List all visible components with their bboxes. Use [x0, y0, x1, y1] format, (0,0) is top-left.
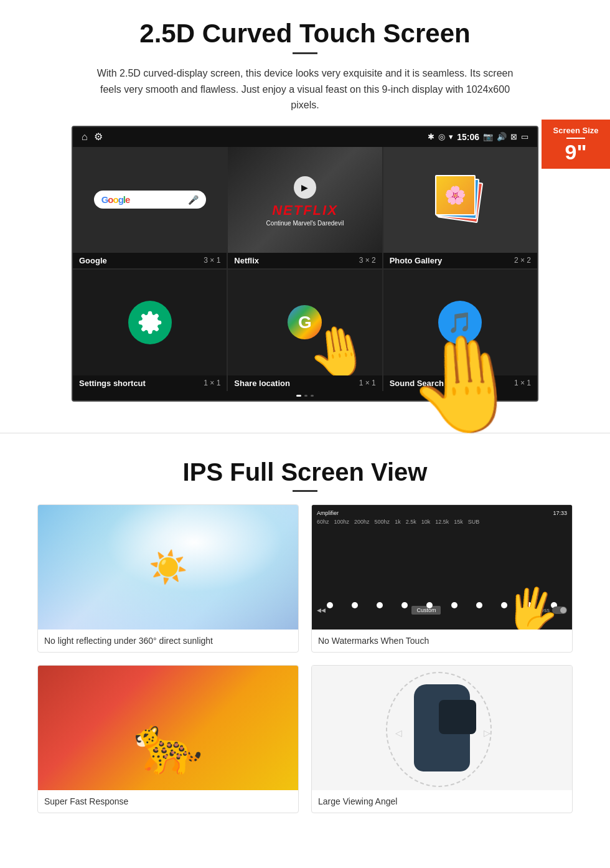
android-screen: ⌂ ⚙ ✱ ◎ ▾ 15:06 📷 🔊 ⊠ ▭	[72, 126, 538, 402]
screen-size-badge: Screen Size 9"	[542, 120, 610, 169]
google-cell-content[interactable]: Google 🎤	[73, 147, 227, 253]
status-right: ✱ ◎ ▾ 15:06 📷 🔊 ⊠ ▭	[428, 132, 528, 142]
app-grid: Google 🎤 Google 3 × 1	[73, 147, 537, 391]
amp-title: Amplifier	[317, 510, 339, 516]
netflix-label-row: Netflix 3 × 2	[228, 253, 382, 268]
sound-app-size: 1 × 1	[514, 379, 531, 387]
settings-icon-wrap	[128, 301, 172, 344]
camera-icon: 📷	[483, 132, 493, 141]
amp-nav-left[interactable]: ◀◀	[317, 607, 326, 613]
share-app-name: Share location	[234, 379, 290, 388]
status-bar: ⌂ ⚙ ✱ ◎ ▾ 15:06 📷 🔊 ⊠ ▭	[73, 127, 537, 147]
section2-title: IPS Full Screen View	[37, 458, 573, 486]
settings-app-cell: Settings shortcut 1 × 1	[73, 270, 227, 391]
badge-label: Screen Size	[550, 126, 601, 135]
badge-size: 9"	[565, 140, 586, 164]
sunlight-card: ☀️ No light reflecting under 360° direct…	[37, 504, 299, 653]
section2-divider	[293, 490, 317, 492]
section1-title: 2.5D Curved Touch Screen	[37, 19, 573, 49]
mic-icon[interactable]: 🎤	[188, 195, 199, 205]
settings-cell-content[interactable]	[73, 270, 227, 375]
sunlight-image: ☀️	[38, 505, 298, 630]
volume-icon: 🔊	[497, 132, 507, 141]
google-logo: Google	[101, 194, 130, 205]
status-left: ⌂ ⚙	[82, 131, 103, 143]
netflix-logo: NETFLIX	[228, 202, 382, 219]
google-label-row: Google 3 × 1	[73, 253, 227, 268]
netflix-content: ▶ NETFLIX Continue Marvel's Daredevil	[228, 172, 382, 227]
flower-emoji: 🌸	[444, 185, 466, 205]
dot-inactive-1	[304, 395, 307, 397]
car-arrow-left: ◁	[395, 728, 402, 738]
photo-app-size: 2 × 2	[514, 256, 531, 265]
cheetah-caption: Super Fast Response	[38, 790, 298, 813]
location-icon: ◎	[438, 132, 445, 141]
sound-icon-wrap: 🎵	[438, 301, 482, 344]
section-ips-screen: IPS Full Screen View ☀️ No light reflect…	[0, 452, 610, 832]
amp-time: 17:33	[553, 510, 567, 516]
share-label-row: Share location 1 × 1	[228, 375, 382, 391]
bluetooth-icon: ✱	[428, 132, 434, 141]
google-app-name: Google	[79, 256, 107, 265]
status-time: 15:06	[457, 132, 479, 142]
section1-description: With 2.5D curved-display screen, this de…	[87, 65, 523, 113]
netflix-cell-content[interactable]: ▶ NETFLIX Continue Marvel's Daredevil	[228, 147, 382, 253]
netflix-app-name: Netflix	[234, 256, 259, 265]
amplifier-image: Amplifier 17:33 60hz 100hz 200hz 500hz 1…	[312, 505, 572, 630]
home-icon[interactable]: ⌂	[82, 131, 88, 143]
page-dots-indicator	[73, 391, 537, 400]
share-location-app-cell: G 🤚 Share location 1 × 1	[228, 270, 382, 391]
play-button[interactable]: ▶	[294, 176, 316, 199]
section-divider	[0, 433, 610, 433]
cheetah-image: 🐆	[38, 666, 298, 790]
google-app-size: 3 × 1	[204, 256, 220, 265]
netflix-subtitle: Continue Marvel's Daredevil	[228, 220, 382, 227]
gear-icon	[138, 310, 162, 335]
car-top-view: ◁ ▷	[398, 678, 486, 778]
share-cell-content[interactable]: G 🤚	[228, 270, 382, 375]
settings-label-row: Settings shortcut 1 × 1	[73, 375, 227, 391]
features-grid: ☀️ No light reflecting under 360° direct…	[37, 504, 573, 813]
amplifier-card: Amplifier 17:33 60hz 100hz 200hz 500hz 1…	[311, 504, 573, 653]
car-arrow-right: ▷	[484, 728, 490, 738]
google-search-bar[interactable]: Google 🎤	[94, 191, 206, 209]
title-divider	[293, 52, 317, 54]
sound-label-row: Sound Search 1 × 1	[383, 375, 537, 391]
badge-divider	[566, 138, 585, 139]
amplifier-screen: Amplifier 17:33 60hz 100hz 200hz 500hz 1…	[312, 505, 572, 630]
window-icon: ▭	[521, 132, 528, 141]
usb-icon: ⚙	[94, 131, 103, 143]
sunlight-caption: No light reflecting under 360° direct su…	[38, 630, 298, 652]
photo-cell-content[interactable]: 🌸	[383, 147, 537, 253]
pointing-hand-icon: 🤚	[303, 318, 374, 375]
screen-container: Screen Size 9" ⌂ ⚙ ✱ ◎ ▾ 15:06 📷 🔊 ⊠	[37, 126, 573, 402]
photo-stack: 🌸	[435, 175, 485, 225]
google-app-cell: Google 🎤 Google 3 × 1	[73, 147, 227, 268]
photo-gallery-app-cell: 🌸 Photo Gallery 2 × 2	[383, 147, 537, 268]
car-body	[414, 684, 470, 771]
sound-app-name: Sound Search	[390, 379, 444, 388]
settings-app-size: 1 × 1	[204, 379, 220, 387]
cheetah-icon: 🐆	[133, 712, 203, 778]
x-icon: ⊠	[510, 132, 517, 141]
netflix-app-cell: ▶ NETFLIX Continue Marvel's Daredevil Ne…	[228, 147, 382, 268]
photo-label-row: Photo Gallery 2 × 2	[383, 253, 537, 268]
wifi-icon: ▾	[449, 132, 453, 141]
sound-cell-content[interactable]: 🎵	[383, 270, 537, 375]
dot-inactive-2	[311, 395, 314, 397]
amp-statusbar: Amplifier 17:33	[317, 510, 567, 516]
netflix-app-size: 3 × 2	[359, 256, 376, 265]
cheetah-card: 🐆 Super Fast Response	[37, 665, 299, 813]
sun-icon: ☀️	[149, 549, 187, 585]
car-window	[439, 700, 476, 734]
photo-item-3: 🌸	[435, 175, 476, 215]
photo-app-name: Photo Gallery	[390, 256, 443, 265]
settings-app-name: Settings shortcut	[79, 379, 146, 388]
amplifier-caption: No Watermarks When Touch	[312, 630, 572, 652]
car-caption: Large Viewing Angel	[312, 790, 572, 813]
car-image: ◁ ▷	[312, 666, 572, 790]
section-curved-screen: 2.5D Curved Touch Screen With 2.5D curve…	[0, 0, 610, 414]
amp-freq-labels: 60hz 100hz 200hz 500hz 1k 2.5k 10k 12.5k…	[317, 519, 567, 525]
dot-active	[296, 395, 301, 397]
sound-search-app-cell: 🎵 Sound Search 1 × 1	[383, 270, 537, 391]
